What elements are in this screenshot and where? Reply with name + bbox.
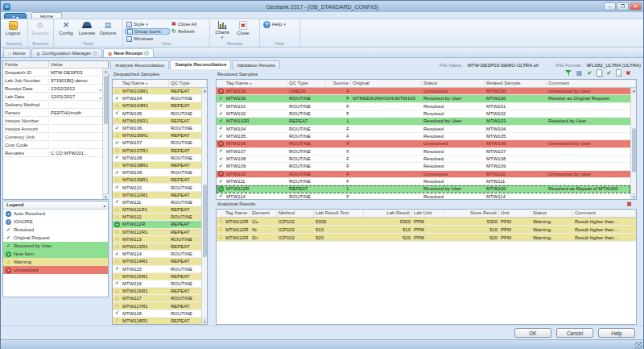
columns-icon[interactable]: ▦: [576, 69, 583, 77]
received-row[interactable]: MTW114ROUTINEFResolvedMTW114: [217, 193, 630, 200]
tab-close-icon[interactable]: ×: [144, 51, 149, 56]
field-value[interactable]: PERTHUmuth: [49, 110, 102, 115]
received-row[interactable]: MTW108ROUTINEFResolvedMTW108: [217, 156, 630, 163]
field-row[interactable]: Lab Job Number971901BQ-demo: [3, 77, 102, 85]
analytical-comment-header[interactable]: Comment: [573, 210, 636, 217]
despatched-row[interactable]: MTW106ROUTINE: [113, 125, 201, 132]
ellipsis-button[interactable]: …: [97, 70, 101, 75]
despatched-row[interactable]: MTW104ROUTINE: [113, 95, 201, 102]
received-row[interactable]: MTW100ROUTINEFMTREEWJWVG04JMTW100Resolve…: [217, 95, 630, 102]
scroll-down-icon[interactable]: ▼: [202, 318, 208, 324]
received-row[interactable]: MTW112RREPEATLResolved by UserMTW100Reso…: [217, 185, 630, 193]
received-row[interactable]: MTW111ROUTINEFResolvedMTW111: [217, 178, 630, 185]
analytical-status-header[interactable]: Status: [531, 210, 573, 217]
help-dialog-button[interactable]: Help: [598, 328, 635, 338]
despatched-scrollbar[interactable]: ▲ ▼: [201, 88, 207, 324]
config-button[interactable]: ✕ Config: [56, 20, 76, 35]
maximize-button[interactable]: ❐: [617, 2, 629, 10]
despatched-row[interactable]: MTW108ROUTINE: [113, 155, 201, 162]
despatched-row[interactable]: MTW107R1REPEAT: [113, 147, 201, 155]
despatched-row[interactable]: MTW114R1REPEAT: [113, 258, 201, 265]
export-icon[interactable]: [616, 69, 621, 77]
received-tag-header[interactable]: Tag Name▾: [225, 80, 287, 87]
clear-icon[interactable]: ✖: [625, 69, 632, 77]
refresh-button[interactable]: ↻ Refresh: [170, 28, 207, 35]
close-receipt-button[interactable]: ✖ Close: [233, 20, 254, 35]
field-value[interactable]: 13/02/2012▾: [49, 86, 102, 91]
despatched-row[interactable]: MTW103R1REPEAT: [113, 88, 201, 95]
analytical-store-result-header[interactable]: Store Result: [444, 210, 499, 217]
despatched-row[interactable]: MTW108R1REPEAT: [113, 162, 201, 169]
despatched-row[interactable]: MTW109ROUTINE: [113, 169, 201, 177]
scroll-down-icon[interactable]: ▼: [103, 193, 109, 199]
received-comment-header[interactable]: Comment: [547, 80, 636, 87]
logout-button[interactable]: ⇦ Logout: [2, 20, 23, 35]
close-all-button[interactable]: ✖ Close All: [170, 21, 207, 27]
despatched-row[interactable]: MTW109R1REPEAT: [113, 177, 201, 184]
received-row[interactable]: MTW130CHECKFUnresolvedMTW130Unresolved b…: [217, 88, 630, 95]
received-row[interactable]: MTW106ROUTINEFUnresolvedMTW106Unresolved…: [217, 140, 630, 147]
received-original-header[interactable]: Original: [351, 80, 422, 87]
despatched-row[interactable]: MTW105ROUTINE: [113, 110, 201, 118]
despatched-row[interactable]: MTW106R1REPEAT: [113, 132, 201, 139]
fields-scrollbar[interactable]: ▲ ▼: [102, 69, 108, 199]
scroll-up-icon[interactable]: ▲: [631, 88, 637, 93]
ok-button[interactable]: OK: [514, 328, 551, 338]
despatched-row[interactable]: MTW104R1REPEAT: [113, 102, 201, 110]
received-related-header[interactable]: Related Sample: [485, 80, 547, 87]
analytical-close-icon[interactable]: ✖: [626, 201, 632, 208]
despatched-row[interactable]: MTW111R1REPEAT: [113, 206, 201, 214]
analytical-row[interactable]: MTW112RZnICP102520520PPM520PPMWarningRes…: [217, 234, 636, 242]
received-row[interactable]: MTW105ROUTINEFResolvedMTW105: [217, 133, 630, 140]
received-status-header[interactable]: Status: [422, 80, 485, 87]
field-row[interactable]: Lab Date12/01/2017▾: [3, 93, 102, 101]
field-row[interactable]: PersonPERTHUmuth: [3, 109, 102, 117]
field-row[interactable]: Delivery Method…: [3, 101, 102, 109]
despatched-qc-header[interactable]: QC Type: [169, 80, 207, 87]
analytical-method-header[interactable]: Method: [277, 210, 314, 217]
legend-header[interactable]: Legend ▴: [3, 202, 108, 210]
analytical-lab-result-text-header[interactable]: Lab Result Text: [314, 210, 364, 217]
despatched-row[interactable]: MTW117R1REPEAT: [113, 302, 201, 310]
style-button[interactable]: Style▾: [125, 21, 170, 27]
field-row[interactable]: Cost Code: [3, 141, 102, 149]
despatched-row[interactable]: MTW114ROUTINE: [113, 251, 201, 258]
field-row[interactable]: Receipt Date13/02/2012▾: [3, 85, 102, 93]
dropdown-icon[interactable]: ▾: [99, 94, 101, 99]
resolve-icon[interactable]: ✔: [586, 69, 593, 77]
analytical-row[interactable]: MTW112RCuICP10253005300PPM5300PPMWarning…: [217, 218, 636, 226]
analytical-lab-result-header[interactable]: Lab Result: [364, 210, 412, 217]
tab-sample-reconciliation[interactable]: Sample Reconciliation: [170, 60, 231, 69]
tab-close-icon[interactable]: ×: [93, 51, 97, 56]
received-row[interactable]: MTW109ROUTINEFResolvedMTW109: [217, 163, 630, 170]
license-button[interactable]: License: [76, 20, 97, 35]
despatched-row[interactable]: MTW116ROUTINE: [113, 280, 201, 288]
despatched-row[interactable]: MTW110R1REPEAT: [113, 192, 201, 199]
tab-analysis-reconciliation[interactable]: Analysis Reconciliation: [110, 60, 169, 69]
despatched-row[interactable]: MTW113ROUTINE: [113, 236, 201, 243]
despatched-row[interactable]: MTW117ROUTINE: [113, 295, 201, 302]
field-row[interactable]: Currency Unit…: [3, 133, 102, 141]
despatched-tag-header[interactable]: Tag Name▾: [121, 80, 169, 87]
received-scrollbar[interactable]: ▲ ▼: [630, 88, 636, 199]
dropdown-icon[interactable]: ▾: [99, 86, 101, 91]
despatched-row[interactable]: MTW112R1REPEAT: [113, 229, 201, 236]
scroll-up-icon[interactable]: ▲: [202, 88, 208, 93]
accept-icon[interactable]: ✔: [605, 69, 613, 77]
minimize-button[interactable]: –: [604, 2, 616, 10]
execute-button[interactable]: ⚙ Execute: [30, 20, 51, 35]
received-row[interactable]: MTW101ROUTINEFResolvedMTW101: [217, 103, 630, 110]
received-row[interactable]: MTW102ROUTINEFResolvedMTW102: [217, 110, 630, 118]
despatched-row[interactable]: MTW112ROUTINE: [113, 214, 201, 221]
field-row[interactable]: Invoice Amount: [3, 125, 102, 133]
charts-button[interactable]: Charts ▾: [212, 20, 233, 39]
doc-tab-new-receipt[interactable]: ⚙New Receipt×: [103, 48, 154, 57]
field-row[interactable]: Invoice Number: [3, 117, 102, 125]
field-value[interactable]: MTW-DESP03…: [49, 70, 102, 75]
analytical-element-header[interactable]: Element: [250, 210, 277, 217]
despatched-row[interactable]: MTW110ROUTINE: [113, 184, 201, 191]
filter-icon[interactable]: [565, 69, 572, 77]
doc-tab-configuration-manager[interactable]: ⚙Configuration Manager×: [31, 48, 102, 57]
despatched-row[interactable]: MTW112RREPEAT: [113, 221, 201, 228]
received-source-header[interactable]: Source: [326, 80, 351, 87]
